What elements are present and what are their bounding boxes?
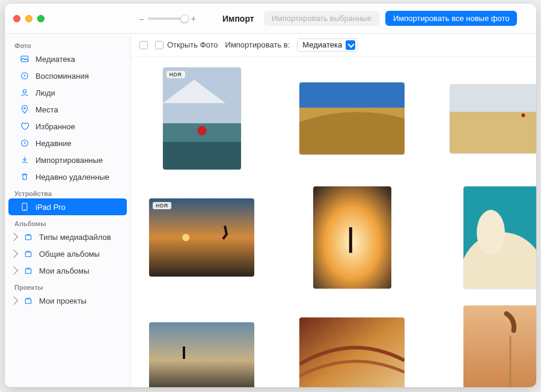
download-icon (19, 155, 30, 165)
zoom-out-icon: – (139, 14, 144, 23)
thumbnail-zoom-slider[interactable]: – + (139, 14, 196, 23)
people-icon (19, 87, 30, 98)
sidebar-item-ipad-pro[interactable]: iPad Pro (8, 198, 127, 215)
sidebar-item-label: Типы медиафайлов (39, 233, 111, 242)
hdr-badge: HDR (153, 202, 171, 209)
chevron-right-icon (10, 266, 18, 275)
svg-point-2 (23, 90, 26, 93)
stack-icon (23, 265, 34, 276)
sidebar-item-label: Избранное (35, 122, 75, 131)
svg-rect-7 (25, 235, 31, 239)
stack-icon (23, 248, 34, 259)
trash-icon (19, 171, 30, 182)
sidebar-item-media-types[interactable]: Типы медиафайлов (5, 228, 130, 245)
sidebar-item-label: Общие альбомы (39, 250, 100, 259)
sidebar-section-projects: Проекты (5, 279, 130, 292)
ipad-icon (19, 201, 30, 212)
sidebar-section-devices: Устройства (5, 185, 130, 198)
sidebar-item-favorites[interactable]: Избранное (5, 118, 130, 135)
sidebar-item-my-projects[interactable]: Мои проекты (5, 292, 130, 309)
chevron-right-icon (10, 233, 18, 241)
sidebar-item-recentlydeleted[interactable]: Недавно удаленные (5, 168, 130, 185)
photo-thumbnail[interactable] (450, 84, 536, 153)
sidebar-item-label: Мои проекты (39, 296, 87, 305)
svg-rect-8 (25, 252, 31, 256)
open-photos-option[interactable]: Открыть Фото (155, 40, 218, 49)
open-photos-label: Открыть Фото (167, 40, 218, 49)
svg-rect-9 (25, 269, 31, 273)
photo-thumbnail[interactable] (463, 305, 537, 387)
zoom-slider-thumb[interactable] (180, 14, 189, 23)
chevron-down-icon (346, 40, 355, 50)
photo-thumbnail[interactable]: HDR (163, 67, 241, 170)
photo-thumbnail[interactable] (313, 186, 391, 289)
hdr-badge: HDR (167, 71, 185, 78)
sidebar-item-my-albums[interactable]: Мои альбомы (5, 262, 130, 279)
zoom-in-icon: + (191, 14, 196, 23)
sidebar-item-label: Воспоминания (35, 72, 89, 81)
import-to-label: Импортировать в: (225, 40, 290, 49)
photo-thumbnail[interactable] (299, 82, 405, 155)
sidebar-item-places[interactable]: Места (5, 101, 130, 118)
sidebar-item-label: Люди (35, 88, 55, 97)
sidebar-item-label: iPad Pro (35, 203, 66, 212)
sidebar-item-label: Недавние (35, 139, 72, 148)
open-photos-checkbox[interactable] (155, 41, 164, 49)
photo-thumbnail[interactable] (299, 317, 405, 387)
svg-point-6 (25, 209, 25, 210)
minimize-window-button[interactable] (25, 15, 32, 22)
stack-icon (23, 295, 34, 306)
select-all-checkbox[interactable] (139, 41, 148, 49)
sidebar-item-memories[interactable]: Воспоминания (5, 67, 130, 84)
import-all-button[interactable]: Импортировать все новые фото (385, 11, 518, 26)
heart-icon (19, 121, 30, 132)
library-icon (19, 54, 30, 64)
svg-rect-10 (25, 299, 31, 303)
photo-thumbnail[interactable] (149, 322, 254, 388)
sidebar-item-shared-albums[interactable]: Общие альбомы (5, 245, 130, 262)
import-to-value: Медиатека (302, 40, 342, 49)
sidebar-item-library[interactable]: Медиатека (5, 51, 130, 67)
memories-icon (19, 70, 30, 81)
chevron-right-icon (10, 296, 18, 305)
import-selected-button[interactable]: Импортировать выбранные (264, 11, 379, 26)
zoom-slider-track[interactable] (148, 17, 188, 20)
sidebar-item-people[interactable]: Люди (5, 84, 130, 101)
maximize-window-button[interactable] (37, 15, 44, 22)
clock-icon (19, 138, 30, 149)
sidebar-section-photos: Фото (5, 37, 130, 51)
import-to-select[interactable]: Медиатека (297, 38, 358, 52)
chevron-right-icon (10, 250, 18, 258)
places-icon (19, 104, 30, 115)
sidebar-item-imported[interactable]: Импортированные (5, 152, 130, 168)
sidebar-item-recent[interactable]: Недавние (5, 135, 130, 152)
sidebar-item-label: Медиатека (35, 55, 75, 64)
close-window-button[interactable] (13, 15, 20, 22)
sidebar-item-label: Места (35, 105, 58, 114)
svg-point-3 (24, 108, 26, 109)
sidebar-item-label: Недавно удаленные (35, 173, 109, 182)
stack-icon (23, 231, 34, 242)
page-title: Импорт (222, 14, 254, 23)
sidebar-section-albums: Альбомы (5, 215, 130, 228)
photo-thumbnail[interactable]: HDR (149, 198, 254, 277)
sidebar-item-label: Мои альбомы (39, 266, 90, 275)
photo-thumbnail[interactable] (463, 186, 537, 289)
sidebar-item-label: Импортированные (35, 156, 103, 165)
